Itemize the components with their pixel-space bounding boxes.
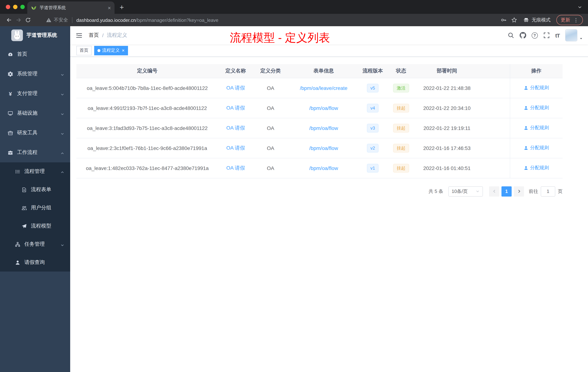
- form-info-cell: /bpm/oa/leave/create: [288, 78, 359, 98]
- operation-cell: 分配规则: [510, 138, 563, 158]
- help-icon[interactable]: ?: [532, 32, 538, 38]
- close-window-button[interactable]: [6, 5, 10, 9]
- status-tag: 激活: [393, 84, 409, 92]
- goto-label: 前往: [529, 188, 538, 195]
- chevron-down-icon: [60, 92, 64, 96]
- sidebar-item-dev-tools[interactable]: 研发工具: [0, 123, 70, 143]
- form-info-cell: /bpm/oa/flow: [288, 158, 359, 178]
- definition-id-cell: oa_leave:1:482ec033-762a-11ec-8477-a2380…: [76, 158, 218, 178]
- form-link[interactable]: /bpm/oa/flow: [309, 125, 338, 131]
- breadcrumb-home[interactable]: 首页: [89, 32, 99, 39]
- page-size-select[interactable]: 10条/页: [448, 186, 483, 196]
- fullscreen-icon[interactable]: [543, 32, 550, 39]
- person-icon: [524, 86, 528, 90]
- deploy-time-cell: 2022-01-22 21:48:38: [416, 78, 478, 98]
- active-tag-dot: [97, 49, 100, 52]
- tab-close-icon[interactable]: ×: [108, 5, 111, 10]
- assign-rule-link[interactable]: 分配规则: [524, 125, 549, 131]
- assign-rule-link[interactable]: 分配规则: [524, 85, 549, 91]
- form-link[interactable]: /bpm/oa/flow: [309, 145, 338, 151]
- sidebar-item-leave-query[interactable]: 请假查询: [0, 253, 70, 272]
- sidebar-item-label: 系统管理: [17, 71, 37, 77]
- definition-id-cell: oa_leave:2:3c1f0ef1-76b1-11ec-9c66-a2380…: [76, 138, 218, 158]
- bookmark-star-icon[interactable]: [511, 17, 517, 23]
- form-link[interactable]: /bpm/oa/flow: [309, 105, 338, 111]
- tag-process-definition[interactable]: 流程定义 ×: [94, 46, 128, 55]
- page-1-button[interactable]: 1: [502, 186, 512, 196]
- search-icon[interactable]: [508, 32, 514, 39]
- chevron-up-icon: [60, 169, 64, 174]
- sidebar-item-process-management[interactable]: 流程管理: [0, 162, 70, 181]
- assign-rule-label: 分配规则: [530, 105, 549, 111]
- sidebar-item-label: 首页: [17, 51, 27, 57]
- sidebar-item-task-management[interactable]: 任务管理: [0, 235, 70, 253]
- sidebar-item-system-management[interactable]: 系统管理: [0, 64, 70, 84]
- column-header-2: 定义名称: [218, 64, 253, 78]
- person-icon: [524, 146, 528, 150]
- sidebar-item-label: 工作流程: [17, 149, 37, 156]
- table-row: oa_leave:2:3c1f0ef1-76b1-11ec-9c66-a2380…: [76, 138, 563, 158]
- update-label: 更新: [561, 17, 570, 23]
- version-cell: v1: [359, 158, 386, 178]
- sidebar-toggle-hamburger-icon[interactable]: [76, 32, 83, 39]
- page-unit-label: 页: [558, 188, 563, 195]
- reload-button[interactable]: [23, 15, 33, 25]
- address-bar[interactable]: dashboard.yudao.iocoder.cn/bpm/manager/d…: [76, 17, 501, 23]
- tag-home[interactable]: 首页: [76, 46, 92, 55]
- assign-rule-link[interactable]: 分配规则: [524, 105, 549, 111]
- table-row: oa_leave:5:004b710b-7b8a-11ec-8ef0-acde4…: [76, 78, 563, 98]
- toolbox-icon: [8, 130, 13, 136]
- font-size-icon[interactable]: tT: [555, 32, 560, 38]
- browser-tab[interactable]: 芋道管理系统 ×: [27, 1, 115, 14]
- next-page-button[interactable]: [514, 186, 524, 196]
- sidebar-item-payment-management[interactable]: ¥支付管理: [0, 84, 70, 103]
- definition-name-link[interactable]: OA 请假: [226, 85, 245, 90]
- sidebar-item-home[interactable]: 首页: [0, 44, 70, 64]
- forward-button[interactable]: [14, 15, 23, 25]
- form-link[interactable]: /bpm/oa/flow: [309, 165, 338, 171]
- sidebar-item-user-group[interactable]: 用户分组: [0, 199, 70, 217]
- security-chip[interactable]: 不安全: [46, 17, 68, 23]
- version-tag: v4: [367, 104, 378, 112]
- definition-category-cell: OA: [253, 158, 288, 178]
- sidebar-item-infrastructure[interactable]: 基础设施: [0, 103, 70, 123]
- github-icon[interactable]: [520, 32, 526, 39]
- sidebar-item-label: 任务管理: [24, 241, 45, 248]
- definition-category-cell: OA: [253, 138, 288, 158]
- definition-name-link[interactable]: OA 请假: [226, 105, 245, 110]
- person-icon: [524, 126, 528, 130]
- key-icon[interactable]: [501, 17, 506, 23]
- definition-name-link[interactable]: OA 请假: [226, 145, 245, 151]
- assign-rule-label: 分配规则: [530, 125, 549, 131]
- definition-name-link[interactable]: OA 请假: [226, 165, 245, 171]
- browser-menu-kebab-icon[interactable]: ⋮: [573, 17, 578, 22]
- definition-name-link[interactable]: OA 请假: [226, 125, 245, 131]
- update-button[interactable]: 更新 ⋮: [556, 15, 583, 25]
- tab-list-chevron-icon[interactable]: [578, 5, 582, 10]
- sidebar-item-process-model[interactable]: 流程模型: [0, 217, 70, 235]
- assign-rule-link[interactable]: 分配规则: [524, 165, 549, 171]
- sidebar-item-label: 流程管理: [24, 168, 45, 175]
- user-avatar-menu[interactable]: [565, 29, 583, 42]
- goto-page-input[interactable]: [541, 186, 555, 196]
- prev-page-button[interactable]: [489, 186, 499, 196]
- sidebar-item-workflow[interactable]: 工作流程: [0, 143, 70, 162]
- incognito-label: 无痕模式: [532, 17, 551, 23]
- operation-cell: 分配规则: [510, 158, 563, 178]
- spacer-cell: [478, 118, 510, 138]
- tag-close-icon[interactable]: ×: [122, 48, 125, 53]
- version-cell: v5: [359, 78, 386, 98]
- zoom-window-button[interactable]: [20, 5, 25, 9]
- browser-window: 芋道管理系统 × + 不安全 dashboard.yudao.iocoder.c…: [0, 0, 588, 372]
- security-label: 不安全: [54, 17, 68, 23]
- form-link[interactable]: /bpm/oa/leave/create: [300, 85, 347, 91]
- form-icon: [21, 187, 27, 192]
- new-tab-button[interactable]: +: [120, 4, 124, 11]
- minimize-window-button[interactable]: [13, 5, 17, 9]
- back-button[interactable]: [4, 15, 14, 25]
- status-cell: 激活: [386, 78, 416, 98]
- app-logo-row[interactable]: 芋道管理系统: [0, 26, 70, 44]
- sidebar-item-process-form[interactable]: 流程表单: [0, 181, 70, 199]
- assign-rule-link[interactable]: 分配规则: [524, 145, 549, 151]
- avatar[interactable]: [565, 29, 578, 42]
